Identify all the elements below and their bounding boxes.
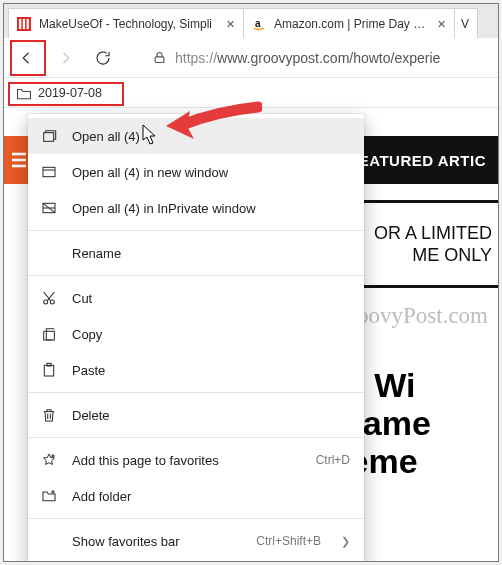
favorites-folder-label: 2019-07-08 <box>38 86 102 100</box>
menu-show-favorites-bar[interactable]: Show favorites bar Ctrl+Shift+B ❯ <box>28 523 364 559</box>
svg-rect-3 <box>27 19 29 29</box>
menu-separator <box>28 437 364 438</box>
svg-rect-1 <box>19 19 21 29</box>
svg-rect-11 <box>43 167 55 176</box>
menu-add-page-to-favorites[interactable]: Add this page to favorites Ctrl+D <box>28 442 364 478</box>
svg-text:a: a <box>255 18 261 29</box>
favicon-muo <box>17 17 31 31</box>
copy-icon <box>40 325 58 343</box>
svg-rect-16 <box>46 331 54 340</box>
tab-close-icon[interactable]: ✕ <box>436 19 446 29</box>
menu-open-all[interactable]: Open all (4) <box>28 118 364 154</box>
address-bar[interactable]: https://www.groovypost.com/howto/experie <box>144 43 492 73</box>
paste-icon <box>40 361 58 379</box>
svg-rect-18 <box>47 363 51 366</box>
tabs-icon <box>40 127 58 145</box>
svg-rect-10 <box>44 133 54 142</box>
browser-window: MakeUseOf - Technology, Simpli ✕ a Amazo… <box>3 3 499 562</box>
tab-0[interactable]: MakeUseOf - Technology, Simpli ✕ <box>8 8 244 38</box>
favicon-amazon: a <box>252 17 266 31</box>
menu-open-all-new-window[interactable]: Open all (4) in new window <box>28 154 364 190</box>
chevron-right-icon: ❯ <box>341 535 350 548</box>
tab-1[interactable]: a Amazon.com | Prime Day 2019 ✕ <box>243 8 455 38</box>
back-button[interactable] <box>10 41 44 75</box>
menu-open-all-inprivate[interactable]: Open all (4) in InPrivate window <box>28 190 364 226</box>
menu-separator <box>28 230 364 231</box>
refresh-button[interactable] <box>86 41 120 75</box>
svg-rect-6 <box>155 57 164 63</box>
nav-featured[interactable]: FEATURED ARTIC <box>349 152 486 169</box>
svg-point-14 <box>44 300 48 304</box>
tab-title: Amazon.com | Prime Day 2019 <box>274 17 428 31</box>
shortcut-label: Ctrl+Shift+B <box>256 534 321 548</box>
star-plus-icon <box>40 451 58 469</box>
tab-2[interactable]: V <box>454 8 478 38</box>
menu-rename[interactable]: Rename <box>28 235 364 271</box>
menu-delete[interactable]: Delete <box>28 397 364 433</box>
svg-point-15 <box>50 300 54 304</box>
tab-title: V <box>461 17 477 31</box>
window-icon <box>40 163 58 181</box>
menu-cut[interactable]: Cut <box>28 280 364 316</box>
tab-title: MakeUseOf - Technology, Simpli <box>39 17 217 31</box>
forward-button[interactable] <box>48 41 82 75</box>
menu-separator <box>28 392 364 393</box>
url-text: https://www.groovypost.com/howto/experie <box>175 50 440 66</box>
tab-strip: MakeUseOf - Technology, Simpli ✕ a Amazo… <box>4 4 498 38</box>
folder-plus-icon <box>40 487 58 505</box>
lock-icon <box>152 50 167 65</box>
cut-icon <box>40 289 58 307</box>
tab-close-icon[interactable]: ✕ <box>225 19 235 29</box>
inprivate-icon <box>40 199 58 217</box>
favorites-bar: 2019-07-08 <box>4 78 498 108</box>
menu-copy[interactable]: Copy <box>28 316 364 352</box>
favorites-folder[interactable]: 2019-07-08 <box>10 84 108 102</box>
svg-rect-2 <box>23 19 25 29</box>
menu-paste[interactable]: Paste <box>28 352 364 388</box>
delete-icon <box>40 406 58 424</box>
folder-icon <box>16 87 32 99</box>
menu-separator <box>28 518 364 519</box>
menu-add-folder[interactable]: Add folder <box>28 478 364 514</box>
menu-manage-favorites[interactable]: Manage favorites Ctrl+Shift+O <box>28 559 364 562</box>
svg-rect-17 <box>44 365 53 376</box>
menu-separator <box>28 275 364 276</box>
toolbar: https://www.groovypost.com/howto/experie <box>4 38 498 78</box>
context-menu: Open all (4) Open all (4) in new window … <box>28 114 364 562</box>
shortcut-label: Ctrl+D <box>316 453 350 467</box>
